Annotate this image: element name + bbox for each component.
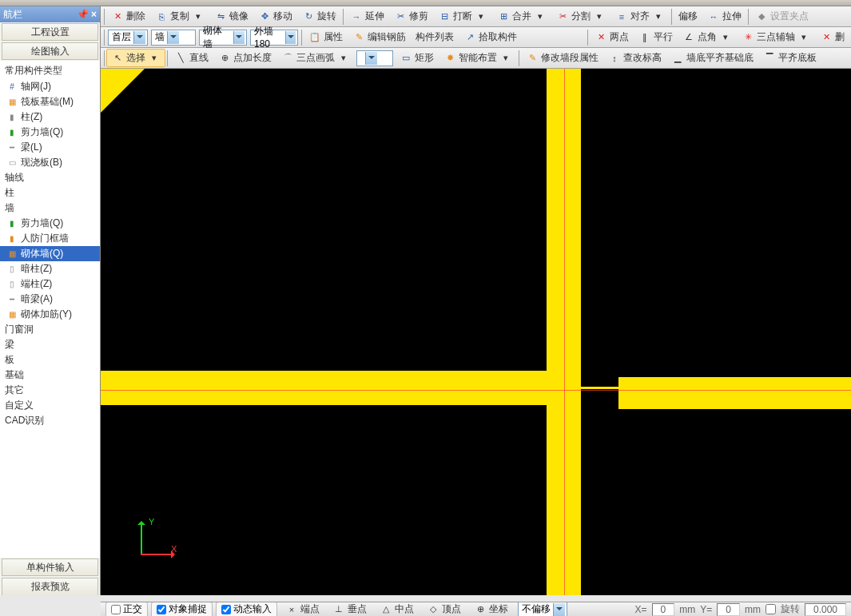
dropdown-icon[interactable] xyxy=(133,31,145,44)
merge-button[interactable]: ⊞合并▾ xyxy=(492,7,551,26)
single-component-button[interactable]: 单构件输入 xyxy=(2,558,98,576)
wall-horizontal-right[interactable] xyxy=(618,377,851,409)
copy-button[interactable]: ⎘复制▾ xyxy=(150,7,209,26)
move-button[interactable]: ✥移动 xyxy=(253,7,297,26)
tree-item[interactable]: ▮柱(Z) xyxy=(0,109,100,125)
line-icon: ╲ xyxy=(174,52,187,65)
vertex-snap[interactable]: ◇顶点 xyxy=(422,602,466,616)
tree-item[interactable]: ▮人防门框墙 xyxy=(0,231,100,246)
tree-item[interactable]: ▮剪力墙(Q) xyxy=(0,125,100,140)
vertex-icon: ◇ xyxy=(427,603,439,616)
drawing-canvas[interactable]: Y X xyxy=(101,69,851,595)
instance-combo[interactable]: 外墙180 xyxy=(250,30,298,46)
dropdown-icon[interactable] xyxy=(285,31,296,44)
rotate-button[interactable]: ↻旋转 xyxy=(297,7,341,26)
dropdown-icon[interactable]: ▾ xyxy=(192,10,205,23)
property-button[interactable]: 📋属性 xyxy=(304,28,348,46)
dropdown-icon[interactable] xyxy=(553,603,565,616)
smart-button[interactable]: ✸智能布置▾ xyxy=(439,49,517,67)
delete-button[interactable]: ✕删除 xyxy=(106,7,150,26)
dyn-toggle[interactable]: 动态输入 xyxy=(216,602,277,616)
rotate-check[interactable] xyxy=(766,604,776,614)
tree-category[interactable]: 墙 xyxy=(0,201,100,216)
tree-category[interactable]: CAD识别 xyxy=(0,413,100,428)
pointlen-button[interactable]: ⊕点加长度 xyxy=(213,49,276,67)
offset-combo[interactable]: 不偏移 xyxy=(518,602,567,616)
wallbase-button[interactable]: ▁墙底平齐基础底 xyxy=(666,49,758,67)
perp-snap[interactable]: ⊥垂点 xyxy=(328,602,372,616)
snap-toggle[interactable]: 对象捕捉 xyxy=(151,602,213,616)
wallslab-button[interactable]: ▔平齐底板 xyxy=(758,49,821,67)
tree-item[interactable]: ━暗梁(A) xyxy=(0,292,100,307)
tree-item[interactable]: ━梁(L) xyxy=(0,140,100,155)
split-button[interactable]: ✂分割▾ xyxy=(551,7,610,26)
stretch-button[interactable]: ↔拉伸 xyxy=(702,7,746,26)
empty-combo[interactable] xyxy=(356,50,393,66)
tree-item[interactable]: ▯暗柱(Z) xyxy=(0,261,100,276)
parallel-button[interactable]: ‖平行 xyxy=(634,28,678,46)
dropdown-icon[interactable] xyxy=(365,52,377,65)
tree-item[interactable]: ▦砌体墙(Q) xyxy=(0,246,100,261)
tree-item[interactable]: #轴网(J) xyxy=(0,79,100,94)
extend-button[interactable]: →延伸 xyxy=(345,7,389,26)
trim-button[interactable]: ✂修剪 xyxy=(389,7,433,26)
arc3-button[interactable]: ⌒三点画弧▾ xyxy=(276,49,355,67)
align-button[interactable]: ≡对齐▾ xyxy=(610,7,670,26)
offset-button[interactable]: 偏移 xyxy=(674,7,702,26)
wall-horizontal-left[interactable] xyxy=(101,371,581,405)
tree-item[interactable]: ▦砌体加筋(Y) xyxy=(0,307,100,322)
project-settings-button[interactable]: 工程设置 xyxy=(2,23,98,41)
coord-snap[interactable]: ⊕坐标 xyxy=(469,602,513,616)
select-button[interactable]: ↖选择▾ xyxy=(106,49,165,67)
dropdown-icon[interactable]: ▾ xyxy=(337,52,350,65)
tree-item[interactable]: ▦筏板基础(M) xyxy=(0,94,100,109)
endpoint-snap[interactable]: ×端点 xyxy=(280,602,324,616)
category-combo[interactable]: 墙 xyxy=(151,30,196,46)
line-button[interactable]: ╲直线 xyxy=(169,49,213,67)
dropdown-icon[interactable]: ▾ xyxy=(534,10,547,23)
twopoint-button[interactable]: ✕两点 xyxy=(590,28,634,46)
tree-category[interactable]: 梁 xyxy=(0,337,100,352)
editseg-button[interactable]: ✎修改墙段属性 xyxy=(521,49,603,67)
tree-category[interactable]: 板 xyxy=(0,352,100,368)
dropdown-icon[interactable] xyxy=(167,31,179,44)
tree-item[interactable]: ▮剪力墙(Q) xyxy=(0,216,100,231)
draw-input-button[interactable]: 绘图输入 xyxy=(2,42,98,60)
dropdown-icon[interactable]: ▾ xyxy=(475,10,487,23)
tree-category[interactable]: 其它 xyxy=(0,383,100,398)
dropdown-icon[interactable]: ▾ xyxy=(797,31,810,44)
pointangle-button[interactable]: ∠点角▾ xyxy=(678,28,737,46)
rect-icon: ▭ xyxy=(400,52,412,65)
report-preview-button[interactable]: 报表预览 xyxy=(2,578,98,595)
type-combo[interactable]: 砌体墙 xyxy=(199,30,247,46)
tree-category[interactable]: 轴线 xyxy=(0,170,100,185)
component-list-button[interactable]: 构件列表 xyxy=(411,28,459,46)
pin-icon[interactable]: 📌 xyxy=(77,9,89,20)
delete-axis-button[interactable]: ✕删 xyxy=(815,28,849,46)
floor-combo[interactable]: 首层 xyxy=(108,30,148,46)
tree-category[interactable]: 自定义 xyxy=(0,398,100,413)
dropdown-icon[interactable]: ▾ xyxy=(719,31,732,44)
tree-category[interactable]: 门窗洞 xyxy=(0,322,100,337)
break-button[interactable]: ⊟打断▾ xyxy=(433,7,492,26)
close-icon[interactable]: × xyxy=(91,9,97,20)
dropdown-icon[interactable] xyxy=(233,31,245,44)
threeaxis-button[interactable]: ✳三点辅轴▾ xyxy=(737,28,815,46)
dropdown-icon[interactable]: ▾ xyxy=(148,52,161,65)
ortho-toggle[interactable]: 正交 xyxy=(105,602,148,616)
tree-item[interactable]: ▭现浇板(B) xyxy=(0,155,100,170)
truncated-top-toolbar xyxy=(0,0,851,6)
mid-snap[interactable]: △中点 xyxy=(375,602,419,616)
pick-component-button[interactable]: ↗拾取构件 xyxy=(459,28,522,46)
y-axis-icon xyxy=(141,522,142,555)
tree-item-label: 轴网(J) xyxy=(21,80,51,93)
tree-category[interactable]: 基础 xyxy=(0,368,100,383)
dropdown-icon[interactable]: ▾ xyxy=(652,10,665,23)
tree-category[interactable]: 柱 xyxy=(0,185,100,201)
dropdown-icon[interactable]: ▾ xyxy=(499,52,512,65)
edit-rebar-button[interactable]: ✎编辑钢筋 xyxy=(348,28,411,46)
tree-item[interactable]: ▯端柱(Z) xyxy=(0,276,100,292)
rect-button[interactable]: ▭矩形 xyxy=(395,49,439,67)
dropdown-icon[interactable]: ▾ xyxy=(593,10,606,23)
checkelev-button[interactable]: ↕查改标高 xyxy=(603,49,666,67)
